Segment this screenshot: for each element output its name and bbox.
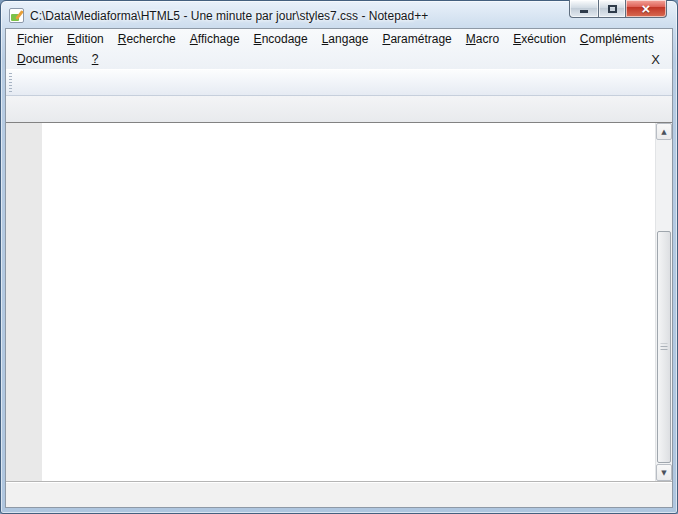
maximize-button[interactable]: [598, 0, 625, 18]
tab-bar: [6, 96, 672, 123]
toolbar-grip[interactable]: [9, 73, 12, 93]
notepadpp-app-icon: [9, 8, 24, 23]
window-controls: ×: [569, 0, 667, 18]
client-area: FichierEditionRechercheAffichageEncodage…: [5, 28, 673, 508]
menu-item-documents[interactable]: Documents: [10, 50, 85, 68]
menu-row-2: Documents?X: [6, 49, 672, 69]
title-bar[interactable]: C:\Data\Mediaforma\HTML5 - Une minute pa…: [5, 1, 673, 28]
menu-item-fichier[interactable]: Fichier: [10, 30, 60, 48]
menu-row-1: FichierEditionRechercheAffichageEncodage…: [6, 29, 672, 49]
minimize-icon: [580, 10, 588, 13]
scroll-up-button[interactable]: ▲: [656, 123, 672, 140]
editor-area: ▲ ▼: [6, 123, 672, 481]
maximize-icon: [608, 5, 617, 13]
menu-item-compl-ments[interactable]: Compléments: [573, 30, 661, 48]
menu-item-edition[interactable]: Edition: [60, 30, 111, 48]
toolbar: [6, 69, 672, 96]
menu-item-encodage[interactable]: Encodage: [247, 30, 315, 48]
menu-item-ex-cution[interactable]: Exécution: [506, 30, 573, 48]
text-editor[interactable]: [6, 123, 655, 481]
menu-item-help[interactable]: ?: [85, 50, 106, 68]
arrow-down-icon: ▼: [661, 469, 666, 477]
scrollbar-thumb[interactable]: [657, 231, 671, 463]
scrollbar-track[interactable]: [656, 140, 672, 464]
menu-item-affichage[interactable]: Affichage: [183, 30, 247, 48]
code-lines: [6, 123, 655, 125]
scroll-down-button[interactable]: ▼: [656, 464, 672, 481]
status-bar: [6, 481, 672, 507]
window-title: C:\Data\Mediaforma\HTML5 - Une minute pa…: [30, 9, 428, 23]
arrow-up-icon: ▲: [661, 128, 666, 136]
notepadpp-window: C:\Data\Mediaforma\HTML5 - Une minute pa…: [0, 0, 678, 514]
close-button[interactable]: ×: [625, 0, 667, 18]
vertical-scrollbar[interactable]: ▲ ▼: [655, 123, 672, 481]
menu-item-recherche[interactable]: Recherche: [111, 30, 183, 48]
menu-close-icon[interactable]: X: [651, 52, 672, 67]
menu-item-param-trage[interactable]: Paramétrage: [375, 30, 458, 48]
menu-item-macro[interactable]: Macro: [459, 30, 506, 48]
minimize-button[interactable]: [569, 0, 598, 18]
menu-bar: FichierEditionRechercheAffichageEncodage…: [6, 29, 672, 69]
menu-item-langage[interactable]: Langage: [315, 30, 376, 48]
close-icon: ×: [642, 1, 651, 16]
